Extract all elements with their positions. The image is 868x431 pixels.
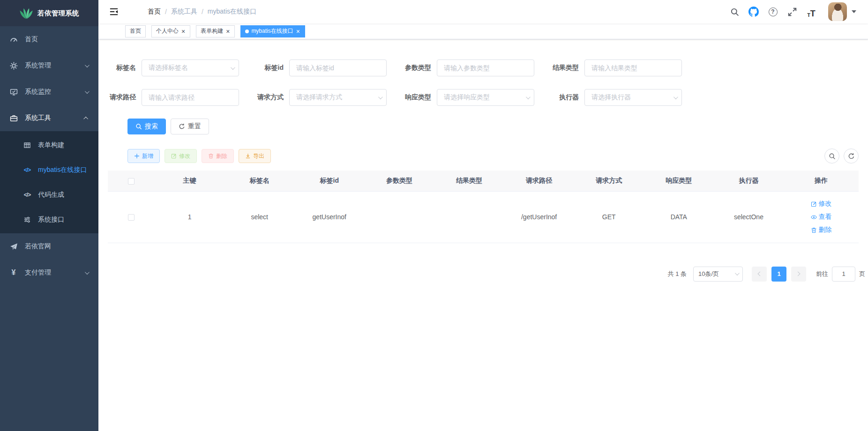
code-icon: </> xyxy=(23,192,31,198)
sidebar-collapse-toggle[interactable] xyxy=(109,7,119,16)
close-icon[interactable]: × xyxy=(225,28,230,35)
sidebar-item-home[interactable]: 首页 xyxy=(0,26,98,52)
goto-page-input[interactable] xyxy=(832,267,855,282)
sidebar-item-form-builder[interactable]: 表单构建 xyxy=(0,133,98,157)
sidebar-item-label: 系统工具 xyxy=(25,114,51,122)
chevron-down-icon xyxy=(526,95,531,99)
main-area: 首页 / 系统工具 / mybatis在线接口 ? TT xyxy=(98,0,868,282)
sidebar-item-official-site[interactable]: 若依官网 xyxy=(0,233,98,260)
sidebar-menu: 首页 系统管理 系统监控 系统工具 xyxy=(0,26,98,286)
chevron-down-icon xyxy=(85,89,90,94)
tab-label: 首页 xyxy=(130,27,141,35)
edit-icon xyxy=(811,201,817,207)
tab-form-builder[interactable]: 表单构建 × xyxy=(196,25,235,37)
table-grid-icon xyxy=(23,141,31,149)
column-header: 标签名 xyxy=(224,171,294,191)
cell-request-path: /getUserInof xyxy=(504,191,574,243)
top-navbar: 首页 / 系统工具 / mybatis在线接口 ? TT xyxy=(98,0,868,23)
sidebar-item-system-monitor[interactable]: 系统监控 xyxy=(0,79,98,105)
github-icon[interactable] xyxy=(748,6,760,18)
filter-request-path: 请求路径 xyxy=(108,89,255,106)
sidebar-item-code-generator[interactable]: </> 代码生成 xyxy=(0,182,98,207)
active-dot xyxy=(245,30,249,33)
refresh-table-icon[interactable] xyxy=(844,149,859,163)
edit-button[interactable]: 修改 xyxy=(165,149,197,163)
breadcrumb-separator: / xyxy=(202,8,203,15)
sidebar-item-system-tools[interactable]: 系统工具 xyxy=(0,105,98,131)
system-tools-submenu: 表单构建 </> mybatis在线接口 </> 代码生成 系统接口 xyxy=(0,131,98,233)
prev-page-button[interactable] xyxy=(752,267,767,282)
gear-icon xyxy=(9,62,18,70)
column-header: 请求方式 xyxy=(574,171,644,191)
select-all-checkbox[interactable] xyxy=(128,178,135,185)
breadcrumb-home[interactable]: 首页 xyxy=(148,7,161,16)
export-button[interactable]: 导出 xyxy=(239,149,271,163)
chevron-down-icon xyxy=(673,95,678,99)
code-icon: </> xyxy=(23,167,31,173)
tag-id-input[interactable] xyxy=(289,59,387,76)
sidebar-item-mybatis-online-api[interactable]: </> mybatis在线接口 xyxy=(0,157,98,182)
breadcrumb-current: mybatis在线接口 xyxy=(208,7,256,16)
avatar xyxy=(828,2,847,21)
param-type-input[interactable] xyxy=(437,59,534,76)
sidebar-item-label: 表单构建 xyxy=(38,141,64,149)
font-size-icon[interactable]: TT xyxy=(805,6,817,18)
cell-response-type: DATA xyxy=(644,191,714,243)
request-path-input[interactable] xyxy=(142,89,239,106)
field-label: 请求路径 xyxy=(108,93,142,102)
caret-down-icon xyxy=(852,10,856,15)
result-type-input[interactable] xyxy=(584,59,682,76)
download-icon xyxy=(245,153,251,159)
delete-button[interactable]: 删除 xyxy=(202,149,234,163)
app-logo[interactable]: 若依管理系统 xyxy=(0,0,98,26)
chevron-down-icon xyxy=(85,270,90,275)
fullscreen-icon[interactable] xyxy=(786,6,798,18)
sidebar-item-system-api[interactable]: 系统接口 xyxy=(0,207,98,232)
column-header: 操作 xyxy=(784,171,859,191)
field-label: 结果类型 xyxy=(551,64,584,72)
trash-icon xyxy=(208,153,214,159)
add-button[interactable]: 新增 xyxy=(127,149,160,163)
goto-label: 前往 xyxy=(816,270,828,278)
plus-icon xyxy=(134,153,140,159)
help-icon[interactable]: ? xyxy=(767,6,779,18)
tab-home[interactable]: 首页 xyxy=(125,25,146,37)
request-method-select[interactable]: 请选择请求方式 xyxy=(289,89,387,106)
user-menu[interactable] xyxy=(828,2,856,21)
cell-request-method: GET xyxy=(574,191,644,243)
reset-button[interactable]: 重置 xyxy=(171,119,209,134)
table-row[interactable]: 1 select getUserInof /getUserInof GET DA… xyxy=(108,191,859,243)
search-button[interactable]: 搜索 xyxy=(127,119,166,134)
sidebar-item-payment-manage[interactable]: ¥ 支付管理 xyxy=(0,260,98,286)
row-edit-link[interactable]: 修改 xyxy=(811,200,832,208)
chevron-down-icon xyxy=(378,95,383,99)
next-page-button[interactable] xyxy=(791,267,806,282)
tab-profile[interactable]: 个人中心 × xyxy=(151,25,190,37)
goto-page: 前往 页 xyxy=(816,267,865,282)
goto-unit: 页 xyxy=(859,270,865,278)
page-number-button[interactable]: 1 xyxy=(771,267,786,282)
show-search-toggle-icon[interactable] xyxy=(824,149,839,163)
tag-name-select[interactable]: 请选择标签名 xyxy=(142,59,239,76)
cell-result-type xyxy=(434,191,504,243)
chevron-down-icon xyxy=(85,63,90,67)
close-icon[interactable]: × xyxy=(296,28,300,35)
page-size-select[interactable]: 10条/页 xyxy=(693,267,743,282)
pagination-total: 共 1 条 xyxy=(668,270,687,278)
sidebar-item-system-manage[interactable]: 系统管理 xyxy=(0,52,98,79)
executor-select[interactable]: 请选择执行器 xyxy=(584,89,682,106)
tab-mybatis-online-api[interactable]: mybatis在线接口 × xyxy=(240,25,305,37)
page-content: 标签名 请选择标签名 标签id 参数类型 结果类型 请求路径 xyxy=(98,39,868,282)
response-type-select[interactable]: 请选择响应类型 xyxy=(437,89,534,106)
field-label: 标签id xyxy=(255,64,289,72)
row-view-link[interactable]: 查看 xyxy=(811,213,832,221)
cell-select xyxy=(108,191,155,243)
search-icon[interactable] xyxy=(728,6,741,18)
row-checkbox[interactable] xyxy=(128,214,135,221)
row-delete-link[interactable]: 删除 xyxy=(811,226,832,234)
close-icon[interactable]: × xyxy=(181,28,186,35)
filter-tag-id: 标签id xyxy=(255,59,403,76)
toolbox-icon xyxy=(9,114,18,122)
breadcrumb-system-tools: 系统工具 xyxy=(171,7,197,16)
column-header: 结果类型 xyxy=(434,171,504,191)
